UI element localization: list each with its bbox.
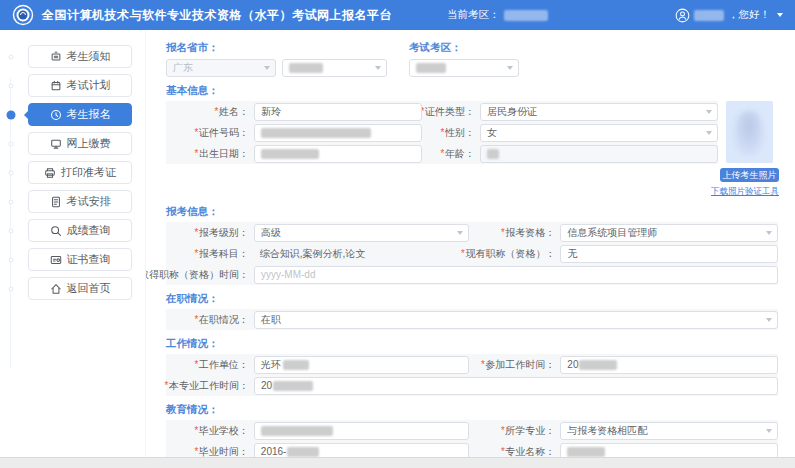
timeline-dot [9, 54, 14, 59]
name-input[interactable]: 新玲 [254, 103, 422, 121]
birth-date-redacted [261, 149, 319, 159]
candidate-photo [726, 101, 773, 163]
exam-area-value-redacted [416, 63, 446, 73]
chevron-down-icon [766, 318, 772, 322]
chevron-down-icon[interactable] [777, 13, 783, 17]
sidebar-item-exam-arrangement[interactable]: 考试安排 [28, 190, 132, 213]
clock-icon [50, 109, 62, 121]
monitor-icon [50, 138, 62, 150]
page-bottom-edge [0, 457, 795, 468]
certificate-icon [50, 254, 62, 266]
chevron-down-icon [264, 66, 270, 70]
city-select[interactable] [282, 59, 387, 77]
current-title-input[interactable]: 无 [560, 245, 778, 263]
school-input[interactable] [254, 422, 469, 440]
form-row: *在职情况： 在职 [166, 309, 778, 330]
sidebar-item-exam-plan[interactable]: 考试计划 [28, 74, 132, 97]
exam-area-group: 考试考区： [409, 41, 519, 77]
section-education-info: 教育情况： [166, 403, 778, 417]
notice-icon [50, 51, 62, 63]
username-redacted [694, 10, 724, 21]
sidebar-item-candidate-registration[interactable]: 考生报名 [28, 103, 132, 126]
printer-icon [44, 167, 56, 179]
work-start-input[interactable]: 20 [560, 356, 778, 374]
timeline-dot [9, 286, 14, 291]
form-row: 取得职称（资格）时间： yyyy-MM-dd [166, 264, 778, 285]
section-work-info: 工作情况： [166, 337, 778, 351]
user-avatar-icon [675, 8, 690, 23]
timeline-dot [9, 141, 14, 146]
id-type-select[interactable]: 居民身份证 [480, 103, 718, 121]
form-row: *证件号码： *性别： 女 [166, 122, 718, 143]
search-icon [50, 225, 62, 237]
registration-form: 报名省市： 广东 考试考区： [145, 30, 795, 468]
province-group: 报名省市： 广东 [166, 41, 387, 77]
sidebar-item-online-payment[interactable]: 网上缴费 [28, 132, 132, 155]
header: 全国计算机技术与软件专业技术资格（水平）考试网上报名平台 当前考区： ，您好！ [0, 0, 795, 30]
gender-select[interactable]: 女 [480, 124, 718, 142]
page-title: 全国计算机技术与软件专业技术资格（水平）考试网上报名平台 [42, 7, 392, 24]
province-select[interactable]: 广东 [166, 59, 276, 77]
form-row: *本专业工作时间： 20 [166, 375, 778, 396]
platform-logo-icon [12, 4, 34, 26]
work-start-redacted [579, 360, 617, 370]
calendar-icon [50, 80, 62, 92]
form-row: *报考科目： 综合知识,案例分析,论文 *现有职称（资格）： 无 [166, 243, 778, 264]
school-redacted [261, 426, 333, 436]
id-number-redacted [261, 128, 371, 138]
chevron-down-icon [766, 429, 772, 433]
document-icon [50, 196, 62, 208]
apply-qualification-select[interactable]: 信息系统项目管理师 [560, 224, 778, 242]
exam-area-select[interactable] [409, 59, 519, 77]
graduate-time-redacted [287, 447, 319, 457]
major-work-time-input[interactable]: 20 [254, 377, 778, 395]
sidebar-item-score-inquiry[interactable]: 成绩查询 [28, 219, 132, 242]
form-row: *报考级别： 高级 *报考资格： 信息系统项目管理师 [166, 222, 778, 243]
timeline-dot [9, 228, 14, 233]
employment-status-select[interactable]: 在职 [254, 311, 778, 329]
major-work-time-redacted [273, 381, 313, 391]
region-value-redacted [504, 10, 548, 21]
province-label: 报名省市： [166, 41, 387, 55]
sidebar-item-back-home[interactable]: 返回首页 [28, 277, 132, 300]
section-apply-info: 报考信息： [166, 205, 778, 219]
timeline-dot [9, 170, 14, 175]
user-menu[interactable]: ，您好！ [675, 8, 783, 23]
chevron-down-icon [457, 231, 463, 235]
chevron-down-icon [706, 110, 712, 114]
current-exam-region: 当前考区： [447, 8, 548, 22]
sidebar-timeline [10, 78, 11, 368]
chevron-down-icon [766, 231, 772, 235]
work-unit-input[interactable]: 光环 [254, 356, 469, 374]
form-row: *出生日期： *年龄： [166, 143, 718, 164]
section-employment-status: 在职情况： [166, 292, 778, 306]
major-name-redacted [567, 447, 605, 457]
sidebar-item-certificate-inquiry[interactable]: 证书查询 [28, 248, 132, 271]
major-match-select[interactable]: 与报考资格相匹配 [560, 422, 778, 440]
title-time-input[interactable]: yyyy-MM-dd [254, 266, 778, 284]
apply-level-select[interactable]: 高级 [254, 224, 469, 242]
exam-registration-page: 全国计算机技术与软件专业技术资格（水平）考试网上报名平台 当前考区： ，您好！ … [0, 0, 795, 468]
photo-area: 上传考生照片 下载照片验证工具 [718, 101, 779, 198]
sidebar-nav: 考生须知 考试计划 考生报名 网上缴费 打印准考证 [0, 30, 145, 468]
chevron-down-icon [375, 66, 381, 70]
birth-date-input[interactable] [254, 145, 422, 163]
exam-area-label: 考试考区： [409, 41, 519, 55]
sidebar-item-print-admission-ticket[interactable]: 打印准考证 [28, 161, 132, 184]
apply-subjects-text: 综合知识,案例分析,论文 [254, 247, 469, 261]
greeting-text: ，您好！ [728, 8, 770, 22]
chevron-down-icon [706, 131, 712, 135]
home-icon [50, 283, 62, 295]
age-input[interactable] [480, 145, 718, 163]
age-redacted [487, 149, 499, 159]
form-row: *工作单位： 光环 *参加工作时间： 20 [166, 354, 778, 375]
chevron-down-icon [507, 66, 513, 70]
timeline-dot-active [7, 110, 16, 119]
form-row: *毕业学校： *所学专业： 与报考资格相匹配 [166, 420, 778, 441]
sidebar-item-candidate-notice[interactable]: 考生须知 [28, 45, 132, 68]
upload-photo-button[interactable]: 上传考生照片 [720, 168, 779, 182]
form-row: *姓名： 新玲 *证件类型： 居民身份证 [166, 101, 718, 122]
id-number-input[interactable] [254, 124, 422, 142]
timeline-dot [9, 199, 14, 204]
download-photo-tool-link[interactable]: 下载照片验证工具 [711, 186, 779, 198]
